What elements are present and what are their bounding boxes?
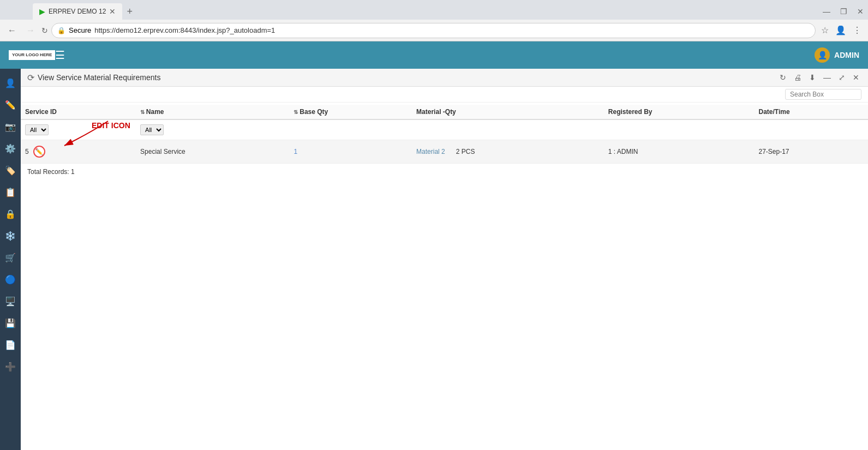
content-area: ⟳ View Service Material Requirements ↻ 🖨… [21,69,868,450]
address-bar[interactable]: 🔒 Secure https://demo12.erprev.com:8443/… [51,23,816,38]
secure-label: Secure [69,26,91,34]
more-btn[interactable]: ⋮ [851,24,864,37]
base-qty-link[interactable]: 1 [294,148,297,155]
filter-name: All [136,119,289,140]
browser-actions: ☆ 👤 ⋮ [819,24,864,37]
col-header-base-qty[interactable]: ⇅ Base Qty [289,105,412,119]
forward-btn[interactable]: → [23,25,38,37]
reload-btn[interactable]: ↻ [41,26,48,35]
user-name: ADMIN [834,51,859,59]
sidebar-item-edit[interactable]: ✏️ [1,95,20,115]
tab-favicon: ▶ [39,7,45,16]
col-header-service-id: Service ID [21,105,136,119]
sidebar-item-plus[interactable]: ➕ [1,357,20,376]
col-header-material-qty: Material -Qty [412,105,604,119]
browser-controls: ← → ↻ 🔒 Secure https://demo12.erprev.com… [0,20,868,41]
material-qty-value: 2 PCS [456,148,475,155]
content-wrapper: EDIT ICON Servic [21,105,868,180]
tab-bar: ▶ ERPREV DEMO 12 ✕ + — ❐ ✕ [0,0,868,20]
col-header-registered-by: Registered By [604,105,755,119]
download-btn[interactable]: ⬇ [807,72,818,83]
bookmarks-btn[interactable]: ☆ [819,24,831,37]
close-panel-btn[interactable]: ✕ [851,72,861,83]
new-tab-button[interactable]: + [122,6,137,17]
sidebar-item-tags[interactable]: 🏷️ [1,160,20,180]
address-text: https://demo12.erprev.com:8443/index.jsp… [94,26,810,34]
maximize-btn[interactable]: ⤢ [836,72,847,83]
filter-row: All All [21,119,868,140]
sidebar-item-list[interactable]: 📋 [1,182,20,202]
cell-material-qty: Material 2 2 PCS [412,140,604,164]
col-header-name[interactable]: ⇅ Name [136,105,289,119]
cell-datetime: 27-Sep-17 [754,140,868,164]
total-records: Total Records: 1 [21,164,868,180]
page-title: View Service Material Requirements [38,73,160,82]
user-avatar: 👤 [815,47,830,63]
sort-icon-qty: ⇅ [294,109,300,115]
filter-service-id-select[interactable]: All [25,124,49,135]
filter-name-select[interactable]: All [140,124,164,135]
search-bar [21,87,868,103]
sidebar-item-camera[interactable]: 📷 [1,117,20,136]
col-header-datetime: Date/Time [754,105,868,119]
material-name: Material 2 [416,148,445,155]
page-title-icon: ⟳ [27,73,34,83]
hamburger-btn[interactable]: ☰ [55,49,65,62]
table-header-row: Service ID ⇅ Name ⇅ Base Qty [21,105,868,119]
page-actions: ↻ 🖨 ⬇ — ⤢ ✕ [777,72,861,83]
top-header: YOUR LOGO HERE ☰ 👤 ADMIN [0,41,868,69]
sidebar-item-lock[interactable]: 🔒 [1,204,20,224]
active-tab[interactable]: ▶ ERPREV DEMO 12 ✕ [33,3,122,20]
app-container: YOUR LOGO HERE ☰ 👤 ADMIN 👤 ✏️ 📷 ⚙️ 🏷️ 📋 … [0,41,868,450]
maximize-window-btn[interactable]: ❐ [836,6,852,17]
minimize-window-btn[interactable]: — [818,6,835,17]
table-row: 5 ✏️ Special Service [21,140,868,164]
page-title-area: ⟳ View Service Material Requirements [27,73,160,83]
refresh-btn[interactable]: ↻ [777,72,788,83]
page-header: ⟳ View Service Material Requirements ↻ 🖨… [21,69,868,87]
logo: YOUR LOGO HERE [9,50,55,60]
window-controls: — ❐ ✕ [818,6,868,17]
cell-base-qty: 1 [289,140,412,164]
tab-close-btn[interactable]: ✕ [109,7,116,16]
data-table: Service ID ⇅ Name ⇅ Base Qty [21,105,868,164]
sidebar-item-cart[interactable]: 🛒 [1,248,20,267]
sidebar-item-monitor[interactable]: 🖥️ [1,291,20,311]
cell-name: Special Service [136,140,289,164]
print-btn[interactable]: 🖨 [792,72,804,83]
edit-pencil-icon: ✏️ [35,148,43,155]
sidebar-item-snowflake[interactable]: ❄️ [1,226,20,245]
sort-icon-name: ⇅ [140,109,146,115]
browser-chrome: ▶ ERPREV DEMO 12 ✕ + — ❐ ✕ ← → ↻ 🔒 Secur… [0,0,868,41]
sidebar-item-users[interactable]: 👤 [1,73,20,93]
secure-icon: 🔒 [57,27,65,34]
sidebar-item-settings[interactable]: ⚙️ [1,139,20,158]
close-window-btn[interactable]: ✕ [853,6,868,17]
tab-title: ERPREV DEMO 12 [49,8,106,15]
cell-registered-by: 1 : ADMIN [604,140,755,164]
minimize-btn[interactable]: — [821,72,833,83]
sidebar-item-circle[interactable]: 🔵 [1,269,20,289]
back-btn[interactable]: ← [4,25,20,37]
main-area: 👤 ✏️ 📷 ⚙️ 🏷️ 📋 🔒 ❄️ 🛒 🔵 🖥️ 💾 📄 ➕ ⟳ View … [0,69,868,450]
user-area: 👤 ADMIN [815,47,859,63]
sidebar-item-document[interactable]: 📄 [1,335,20,355]
sidebar: 👤 ✏️ 📷 ⚙️ 🏷️ 📋 🔒 ❄️ 🛒 🔵 🖥️ 💾 📄 ➕ [0,69,21,450]
profile-btn[interactable]: 👤 [833,24,848,37]
edit-circle: ✏️ [33,146,45,158]
sidebar-item-database[interactable]: 💾 [1,313,20,333]
service-id-value: 5 [25,148,29,155]
search-input[interactable] [785,89,861,100]
edit-row-button[interactable]: ✏️ [32,145,46,159]
filter-service-id: All [21,119,136,140]
service-id-cell: 5 ✏️ [25,145,131,159]
cell-service-id: 5 ✏️ [21,140,136,164]
